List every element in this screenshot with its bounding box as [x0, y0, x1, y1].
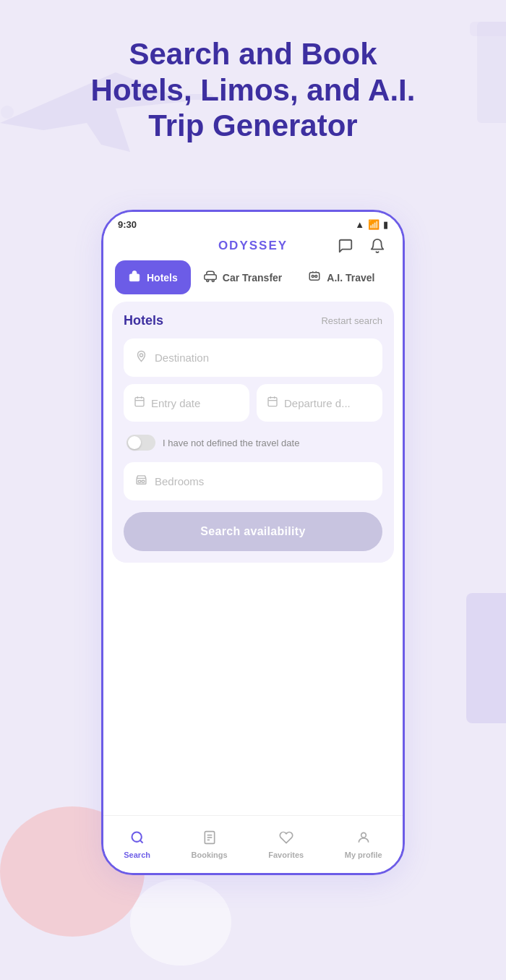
bg-rect-right: [466, 593, 506, 723]
bedrooms-field[interactable]: Bedrooms: [124, 462, 382, 500]
svg-rect-7: [205, 275, 217, 280]
tabs-row: Hotels Car Transfer: [103, 260, 403, 294]
signal-icon: ▲: [355, 219, 364, 230]
departure-calendar-icon: [267, 396, 278, 410]
main-content: Hotels Restart search Destination: [112, 302, 394, 563]
ai-tab-icon: [308, 270, 321, 285]
status-bar: 9:30 ▲ 📶 ▮: [103, 212, 403, 233]
tab-ai-label: A.I. Travel: [327, 272, 374, 284]
tab-car-label: Car Transfer: [223, 272, 282, 284]
bedrooms-icon: [135, 474, 147, 489]
travel-date-toggle[interactable]: [126, 435, 155, 451]
bottom-nav-bookings[interactable]: Bookings: [184, 827, 235, 862]
departure-date-label: Departure d...: [284, 397, 351, 409]
entry-date-field[interactable]: Entry date: [124, 384, 249, 422]
svg-rect-6: [134, 278, 136, 281]
nav-icons: [335, 235, 388, 257]
status-icons: ▲ 📶 ▮: [355, 219, 388, 230]
destination-label: Destination: [155, 351, 209, 364]
svg-point-25: [132, 832, 141, 841]
search-availability-button[interactable]: Search availability: [124, 512, 382, 551]
main-headline: Search and Book Hotels, Limos, and A.I. …: [0, 36, 506, 144]
hotels-tab-icon: [128, 270, 141, 285]
departure-date-field[interactable]: Departure d...: [257, 384, 382, 422]
bottom-nav-search[interactable]: Search: [116, 827, 158, 862]
search-nav-icon: [130, 830, 145, 848]
date-row: Entry date Departure d...: [124, 384, 382, 422]
bg-white-blob: [130, 879, 231, 966]
top-nav: ODYSSEY: [103, 233, 403, 260]
svg-rect-23: [142, 480, 145, 482]
bottom-nav: Search Bookings Favorites: [103, 815, 403, 873]
profile-nav-icon: [356, 830, 371, 848]
phone-mockup: 9:30 ▲ 📶 ▮ ODYSSEY: [101, 210, 405, 875]
app-title: ODYSSEY: [218, 239, 288, 253]
bottom-nav-favorites[interactable]: Favorites: [261, 827, 311, 862]
bookings-nav-label: Bookings: [192, 851, 228, 859]
chat-icon-button[interactable]: [335, 235, 356, 257]
svg-point-12: [315, 276, 317, 278]
svg-point-8: [207, 280, 209, 282]
location-icon: [135, 350, 147, 365]
car-tab-icon: [204, 270, 217, 285]
favorites-nav-icon: [279, 830, 293, 848]
svg-rect-4: [470, 22, 506, 36]
toggle-label: I have not defined the travel date: [163, 438, 299, 448]
bedrooms-label: Bedrooms: [155, 475, 204, 487]
status-time: 9:30: [118, 219, 137, 230]
svg-rect-18: [268, 398, 277, 406]
svg-point-13: [140, 354, 142, 357]
svg-line-26: [140, 840, 143, 843]
svg-rect-22: [138, 480, 141, 482]
section-title: Hotels: [124, 313, 163, 328]
svg-point-9: [212, 280, 214, 282]
search-nav-label: Search: [124, 851, 150, 859]
toggle-row: I have not defined the travel date: [124, 429, 382, 456]
svg-point-31: [361, 832, 366, 838]
svg-point-11: [312, 276, 314, 278]
wifi-icon: 📶: [368, 219, 380, 230]
tab-hotels[interactable]: Hotels: [115, 260, 191, 294]
tab-hotels-label: Hotels: [147, 272, 178, 284]
entry-date-label: Entry date: [151, 397, 200, 409]
tab-ai-travel[interactable]: A.I. Travel: [295, 260, 387, 294]
section-header: Hotels Restart search: [124, 313, 382, 328]
favorites-nav-label: Favorites: [268, 851, 304, 859]
restart-search-link[interactable]: Restart search: [321, 315, 382, 326]
bell-icon-button[interactable]: [366, 235, 388, 257]
bookings-nav-icon: [202, 830, 217, 848]
profile-nav-label: My profile: [345, 851, 382, 859]
svg-rect-14: [135, 398, 144, 406]
tab-car-transfer[interactable]: Car Transfer: [191, 260, 295, 294]
bottom-nav-profile[interactable]: My profile: [338, 827, 390, 862]
entry-calendar-icon: [134, 396, 145, 410]
destination-field[interactable]: Destination: [124, 338, 382, 377]
battery-icon: ▮: [383, 219, 388, 230]
